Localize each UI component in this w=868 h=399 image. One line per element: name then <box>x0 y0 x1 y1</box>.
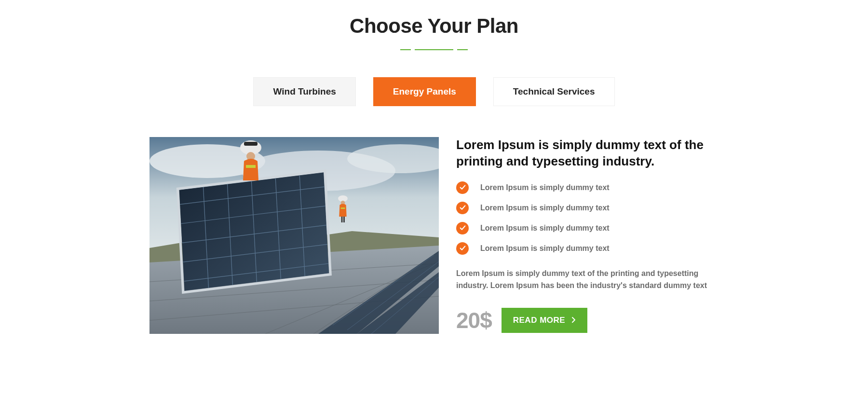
feature-text: Lorem Ipsum is simply dummy text <box>480 224 610 233</box>
title-divider <box>149 49 719 50</box>
svg-rect-30 <box>341 207 345 209</box>
svg-rect-31 <box>341 217 343 222</box>
chevron-right-icon <box>572 316 576 325</box>
plan-image <box>149 137 439 334</box>
plan-tabs: Wind Turbines Energy Panels Technical Se… <box>149 77 719 106</box>
read-more-button[interactable]: READ MORE <box>502 308 587 333</box>
tab-energy-panels[interactable]: Energy Panels <box>373 77 476 106</box>
check-icon <box>456 202 469 214</box>
feature-text: Lorem Ipsum is simply dummy text <box>480 204 610 212</box>
svg-rect-32 <box>343 217 345 222</box>
feature-list: Lorem Ipsum is simply dummy text Lorem I… <box>456 181 719 255</box>
feature-text: Lorem Ipsum is simply dummy text <box>480 183 610 192</box>
feature-item: Lorem Ipsum is simply dummy text <box>456 181 719 194</box>
read-more-label: READ MORE <box>513 316 565 325</box>
check-icon <box>456 222 469 234</box>
check-icon <box>456 242 469 255</box>
tab-wind-turbines[interactable]: Wind Turbines <box>253 77 355 106</box>
feature-text: Lorem Ipsum is simply dummy text <box>480 244 610 253</box>
check-icon <box>456 181 469 194</box>
plan-description: Lorem Ipsum is simply dummy text of the … <box>456 267 719 292</box>
svg-rect-25 <box>244 142 258 146</box>
svg-rect-27 <box>246 165 256 168</box>
section-title: Choose Your Plan <box>149 14 719 38</box>
plan-headline: Lorem Ipsum is simply dummy text of the … <box>456 137 719 170</box>
feature-item: Lorem Ipsum is simply dummy text <box>456 222 719 234</box>
plan-price: 20$ <box>456 307 492 333</box>
tab-technical-services[interactable]: Technical Services <box>493 77 615 106</box>
feature-item: Lorem Ipsum is simply dummy text <box>456 202 719 214</box>
feature-item: Lorem Ipsum is simply dummy text <box>456 242 719 255</box>
